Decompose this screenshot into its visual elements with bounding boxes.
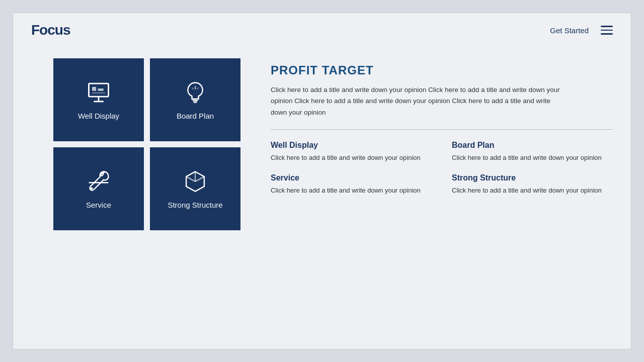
feature-well-display-title: Well Display: [271, 141, 432, 150]
logo-text: Focus: [31, 22, 70, 38]
logo: Focus: [31, 22, 70, 38]
feature-board-plan-desc: Click here to add a title and write down…: [452, 153, 613, 163]
svg-line-17: [186, 176, 195, 182]
app-window: Focus Get Started: [13, 13, 631, 349]
right-panel: PROFIT TARGET Click here to add a title …: [271, 58, 613, 196]
tile-board-plan-label: Board Plan: [177, 112, 214, 120]
get-started-button[interactable]: Get Started: [550, 26, 589, 35]
main-content: Well Display Board Plan: [13, 43, 631, 250]
hamburger-line-1: [601, 26, 613, 27]
profit-description: Click here to add a title and write down…: [271, 84, 562, 118]
hamburger-menu-button[interactable]: [601, 26, 613, 35]
profit-title: PROFIT TARGET: [271, 63, 613, 77]
feature-strong-structure: Strong Structure Click here to add a tit…: [452, 173, 613, 196]
feature-strong-structure-title: Strong Structure: [452, 173, 613, 183]
feature-board-plan: Board Plan Click here to add a title and…: [452, 141, 613, 163]
svg-line-16: [195, 176, 204, 182]
feature-service-title: Service: [271, 173, 432, 183]
tile-board-plan[interactable]: Board Plan: [150, 58, 240, 141]
svg-point-12: [91, 187, 93, 190]
svg-line-11: [197, 87, 198, 89]
lightbulb-icon: [182, 79, 208, 106]
feature-well-display-desc: Click here to add a title and write down…: [271, 153, 432, 163]
tile-well-display-label: Well Display: [78, 112, 119, 120]
header: Focus Get Started: [13, 13, 631, 43]
section-divider: [271, 129, 613, 130]
tile-strong-structure[interactable]: Strong Structure: [150, 147, 240, 230]
tile-strong-structure-label: Strong Structure: [168, 201, 222, 209]
feature-strong-structure-desc: Click here to add a title and write down…: [452, 186, 613, 196]
tile-service[interactable]: Service: [53, 147, 144, 230]
hamburger-line-3: [601, 33, 613, 35]
svg-rect-3: [92, 87, 96, 91]
wrench-icon: [86, 168, 112, 195]
cube-icon: [182, 168, 208, 195]
tile-well-display[interactable]: Well Display: [53, 58, 144, 141]
presentation-icon: [86, 79, 112, 106]
feature-board-plan-title: Board Plan: [452, 141, 613, 150]
feature-well-display: Well Display Click here to add a title a…: [271, 141, 432, 163]
svg-line-10: [192, 87, 194, 89]
features-grid: Well Display Click here to add a title a…: [271, 141, 613, 196]
header-right: Get Started: [550, 26, 613, 35]
tile-service-label: Service: [86, 201, 111, 209]
feature-service-desc: Click here to add a title and write down…: [271, 186, 432, 196]
hamburger-line-2: [601, 30, 613, 31]
svg-rect-4: [98, 88, 103, 91]
feature-service: Service Click here to add a title and wr…: [271, 173, 432, 196]
tiles-grid: Well Display Board Plan: [53, 58, 240, 230]
